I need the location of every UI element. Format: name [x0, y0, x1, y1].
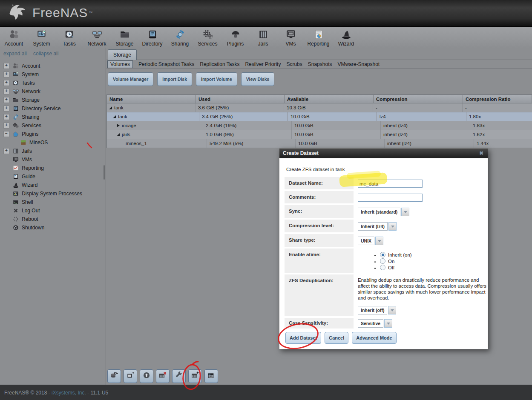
sidebar-item-system[interactable]: +System	[0, 70, 106, 79]
column-header-name[interactable]: Name	[107, 95, 196, 103]
sidebar-item-plugins[interactable]: −Plugins	[0, 130, 106, 138]
subtab-scrubs[interactable]: Scrubs	[286, 61, 302, 67]
sidebar-item-sharing[interactable]: +Sharing	[0, 113, 106, 121]
table-row-jails[interactable]: jails1.0 GiB (9%)10.0 GiBinherit (lz4)1.…	[107, 130, 532, 139]
expand-plus-icon[interactable]: +	[3, 71, 9, 77]
dialog-close-icon[interactable]: ✖	[479, 150, 483, 156]
import-disk-button[interactable]: Import Disk	[157, 72, 192, 86]
sidebar-item-jails[interactable]: +Jails	[0, 147, 106, 155]
expand-plus-icon[interactable]: +	[3, 89, 9, 94]
expand-plus-icon[interactable]: +	[3, 123, 9, 129]
upgrade-button[interactable]	[140, 369, 153, 383]
sidebar-item-reboot[interactable]: Reboot	[0, 215, 106, 223]
toolbar-item-vms[interactable]: VMs	[277, 27, 305, 49]
cancel-button[interactable]: Cancel	[325, 332, 348, 344]
expand-all-link[interactable]: expand all	[3, 51, 27, 57]
toolbar-item-storage[interactable]: Storage	[111, 27, 138, 49]
table-row-mineos-1[interactable]: mineos_1549.2 MiB (5%)10.0 GiBinherit (l…	[107, 139, 532, 148]
toolbar-item-network[interactable]: Network	[83, 27, 111, 49]
subtab-resilver-priority[interactable]: Resilver Priority	[245, 61, 281, 67]
tree-collapsed-icon[interactable]	[117, 124, 120, 127]
toolbar-item-services[interactable]: Services	[194, 27, 221, 49]
toolbar-item-jails[interactable]: Jails	[249, 27, 277, 49]
subtab-volumes[interactable]: Volumes	[107, 60, 133, 68]
toolbar-item-reporting[interactable]: Reporting	[305, 27, 332, 49]
sidebar-item-wizard[interactable]: Wizard	[0, 181, 106, 189]
sidebar-item-shutdown[interactable]: Shutdown	[0, 223, 106, 232]
case-sensitivity-dropdown[interactable]: Sensitive	[358, 319, 392, 328]
destroy-dataset-button[interactable]	[156, 369, 170, 383]
tree-expanded-icon[interactable]	[113, 115, 116, 118]
volume-manager-button[interactable]: Volume Manager	[108, 72, 153, 86]
dedup-dropdown-button[interactable]	[388, 306, 396, 314]
sidebar-item-reporting[interactable]: Reporting	[0, 164, 106, 172]
advanced-mode-button[interactable]: Advanced Mode	[352, 332, 396, 344]
sidebar-item-mineos[interactable]: MineOS	[0, 138, 106, 147]
dedup-dropdown[interactable]: Inherit (off)	[358, 306, 396, 314]
collapse-minus-icon[interactable]: −	[3, 131, 9, 137]
create-zvol-button[interactable]	[204, 369, 218, 383]
subtab-periodic-snapshot-tasks[interactable]: Periodic Snapshot Tasks	[138, 61, 194, 67]
table-row-tank[interactable]: tank3.6 GiB (25%)10.3 GiB--	[107, 103, 532, 112]
radio-inherit-on[interactable]	[380, 252, 385, 257]
compression-dropdown[interactable]: Inherit (lz4)	[358, 222, 397, 231]
toolbar-item-sharing[interactable]: Sharing	[166, 27, 194, 49]
dataset-name-input[interactable]	[358, 180, 423, 188]
add-dataset-button[interactable]: Add Dataset	[285, 332, 321, 344]
expand-plus-icon[interactable]: +	[3, 97, 9, 103]
tree-expanded-icon[interactable]	[109, 106, 112, 109]
toolbar-item-system[interactable]: System	[28, 27, 55, 49]
column-header-compression[interactable]: Compression	[374, 95, 463, 103]
sidebar-item-account[interactable]: +Account	[0, 62, 106, 70]
create-dataset-button[interactable]	[188, 369, 202, 383]
table-row-tank[interactable]: tank3.4 GiB (25%)10.0 GiBlz41.80x	[107, 112, 532, 121]
expand-plus-icon[interactable]: +	[3, 106, 9, 111]
sidebar-item-services[interactable]: +Services	[0, 121, 106, 130]
sidebar-item-display-system-processes[interactable]: Display System Processes	[0, 189, 106, 198]
column-header-used[interactable]: Used	[196, 95, 285, 103]
sidebar-item-directory-service[interactable]: +Directory Service	[0, 104, 106, 113]
expand-plus-icon[interactable]: +	[3, 63, 9, 69]
table-row-iocage[interactable]: iocage2.4 GiB (19%)10.0 GiBinherit (lz4)…	[107, 121, 532, 130]
sidebar-item-log-out[interactable]: Log Out	[0, 206, 106, 215]
toolbar-item-tasks[interactable]: Tasks	[55, 27, 83, 49]
sync-dropdown[interactable]: Inherit (standard)	[358, 208, 409, 216]
collapse-all-link[interactable]: collapse all	[33, 51, 58, 57]
column-header-compression-ratio[interactable]: Compression Ratio	[463, 95, 532, 103]
tree-expanded-icon[interactable]	[117, 133, 120, 136]
sidebar-item-shell[interactable]: Shell	[0, 198, 106, 206]
sidebar-item-network[interactable]: +Network	[0, 87, 106, 96]
column-header-available[interactable]: Available	[285, 95, 374, 103]
sidebar-item-guide[interactable]: Guide	[0, 172, 106, 181]
sync-dropdown-button[interactable]	[401, 208, 409, 216]
sidebar-scrollbar-thumb[interactable]	[104, 165, 105, 180]
freenas-logo[interactable]: FreeNAS ™	[7, 3, 92, 23]
sidebar-item-vms[interactable]: VMs	[0, 155, 106, 164]
share-type-dropdown[interactable]: UNIX	[358, 237, 383, 245]
view-disks-button[interactable]: View Disks	[241, 72, 275, 86]
share-type-dropdown-button[interactable]	[375, 237, 383, 245]
toolbar-item-directory[interactable]: Directory	[138, 27, 166, 49]
radio-off[interactable]	[380, 265, 385, 270]
subtab-vmware-snapshot[interactable]: VMware-Snapshot	[337, 61, 380, 67]
toolbar-item-wizard[interactable]: Wizard	[332, 27, 360, 49]
toolbar-item-plugins[interactable]: Plugins	[221, 27, 249, 49]
import-volume-button[interactable]: Import Volume	[196, 72, 237, 86]
toolbar-item-account[interactable]: Account	[0, 27, 28, 49]
tab-storage[interactable]: Storage	[108, 49, 137, 60]
sidebar-item-storage[interactable]: +Storage	[0, 96, 106, 104]
snapshot-plus-button[interactable]	[124, 369, 137, 383]
ixsystems-link[interactable]: iXsystems, Inc.	[52, 390, 86, 396]
expand-plus-icon[interactable]: +	[3, 148, 9, 154]
compression-dropdown-button[interactable]	[388, 222, 397, 231]
dialog-titlebar[interactable]: Create Dataset ✖	[279, 149, 488, 158]
edit-options-button[interactable]	[172, 369, 186, 383]
subtab-snapshots[interactable]: Snapshots	[308, 61, 332, 67]
sidebar-item-tasks[interactable]: +Tasks	[0, 79, 106, 87]
radio-on[interactable]	[380, 258, 385, 264]
expand-plus-icon[interactable]: +	[3, 80, 9, 86]
volume-lock-button[interactable]	[107, 369, 121, 383]
expand-plus-icon[interactable]: +	[3, 114, 9, 120]
case-sensitivity-dropdown-button[interactable]	[384, 319, 392, 328]
subtab-replication-tasks[interactable]: Replication Tasks	[200, 61, 239, 67]
